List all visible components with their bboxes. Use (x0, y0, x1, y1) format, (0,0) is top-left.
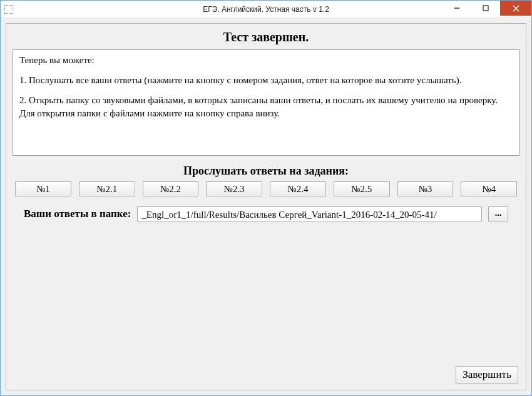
browse-button[interactable]: ... (488, 206, 508, 221)
folder-path-field[interactable]: _Engl_or1_1/full/Results/Васильев Сергей… (137, 206, 482, 221)
folder-row: Ваши ответы в папке: _Engl_or1_1/full/Re… (24, 206, 508, 221)
info-line-2: 2. Открыть папку со звуковыми файлами, в… (19, 94, 513, 121)
info-box: Теперь вы можете: 1. Послушать все ваши … (13, 49, 519, 156)
titlebar[interactable]: ЕГЭ. Английский. Устная часть v 1.2 (1, 1, 531, 18)
finish-button[interactable]: Завершить (456, 366, 518, 383)
app-icon (4, 5, 13, 14)
task-button-2-2[interactable]: №2.2 (143, 181, 199, 196)
listen-label: Прослушать ответы на задания: (13, 165, 519, 178)
content-panel: Тест завершен. Теперь вы можете: 1. Посл… (6, 23, 526, 390)
close-icon (513, 5, 519, 12)
task-button-row: №1 №2.1 №2.2 №2.3 №2.4 №2.5 №3 №4 (15, 181, 517, 196)
svg-rect-1 (483, 6, 488, 11)
task-button-2-1[interactable]: №2.1 (79, 181, 135, 196)
task-button-2-3[interactable]: №2.3 (206, 181, 262, 196)
app-window: ЕГЭ. Английский. Устная часть v 1.2 Тест… (0, 0, 532, 396)
info-line-1: 1. Послушать все ваши ответы (нажмите на… (19, 74, 513, 88)
task-button-3[interactable]: №3 (397, 181, 454, 196)
task-button-1[interactable]: №1 (15, 181, 71, 196)
minimize-icon (454, 5, 460, 11)
close-button[interactable] (500, 1, 531, 16)
minimize-button[interactable] (442, 1, 471, 16)
folder-label: Ваши ответы в папке: (24, 208, 131, 220)
page-title: Тест завершен. (13, 30, 519, 44)
window-buttons (442, 1, 531, 18)
client-area: Тест завершен. Теперь вы можете: 1. Посл… (1, 18, 531, 395)
task-button-2-5[interactable]: №2.5 (334, 181, 390, 196)
maximize-icon (483, 5, 489, 11)
maximize-button[interactable] (471, 1, 500, 16)
task-button-2-4[interactable]: №2.4 (270, 181, 326, 196)
info-line-intro: Теперь вы можете: (19, 54, 513, 68)
task-button-4[interactable]: №4 (461, 181, 517, 196)
